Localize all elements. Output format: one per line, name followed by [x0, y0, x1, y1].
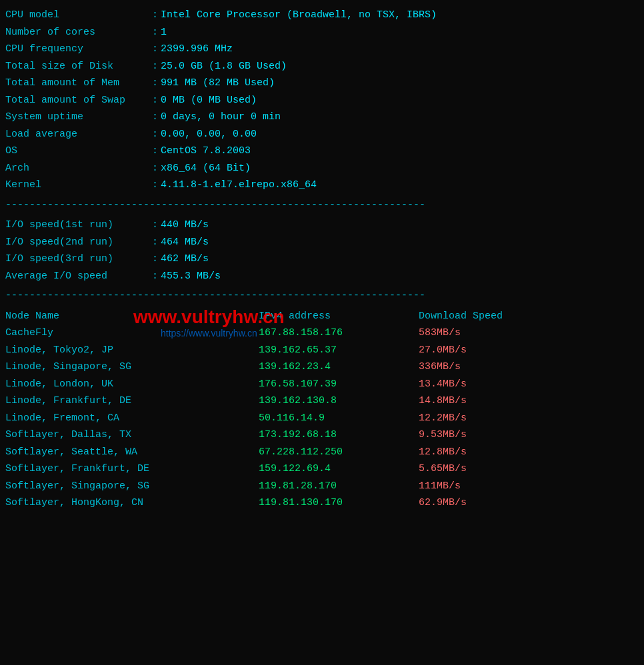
system-info-row: Total size of Disk : 25.0 GB (1.8 GB Use…: [5, 58, 639, 75]
node-header-name: Node Name: [5, 308, 259, 325]
node-speed: 336MB/s: [419, 358, 461, 376]
io-info-row: Average I/O speed : 455.3 MB/s: [5, 268, 639, 285]
node-data-row: Softlayer, Singapore, SG 119.81.28.170 1…: [5, 478, 639, 495]
node-data-row: Linode, London, UK 176.58.107.39 13.4MB/…: [5, 376, 639, 393]
nodes-section: Node Name IPv4 address Download Speed Ca…: [5, 308, 639, 512]
system-info-row: Number of cores : 1: [5, 24, 639, 41]
node-speed: 583MB/s: [419, 325, 461, 342]
io-colon: :: [152, 268, 158, 285]
info-label: Total size of Disk: [5, 58, 152, 75]
info-value: x86_64 (64 Bit): [161, 160, 251, 177]
divider-2: ----------------------------------------…: [5, 289, 639, 304]
io-colon: :: [152, 234, 158, 251]
io-info-row: I/O speed(1st run) : 440 MB/s: [5, 217, 639, 234]
system-info-row: CPU model : Intel Core Processor (Broadw…: [5, 7, 639, 24]
info-label: Arch: [5, 160, 152, 177]
info-value: CentOS 7.8.2003: [161, 143, 251, 160]
node-name: Linode, Singapore, SG: [5, 358, 259, 376]
node-name: Linode, Frankfurt, DE: [5, 392, 259, 410]
node-ip: 67.228.112.250: [259, 444, 419, 461]
info-label: Total amount of Swap: [5, 92, 152, 109]
info-colon: :: [152, 126, 158, 143]
io-label: Average I/O speed: [5, 268, 152, 285]
info-label: Load average: [5, 126, 152, 143]
node-data-row: Linode, Singapore, SG 139.162.23.4 336MB…: [5, 358, 639, 376]
info-value: 0 days, 0 hour 0 min: [161, 109, 281, 126]
info-colon: :: [152, 7, 158, 24]
io-value: 462 MB/s: [161, 251, 209, 268]
system-info-row: Total amount of Swap : 0 MB (0 MB Used): [5, 92, 639, 109]
node-speed: 62.9MB/s: [419, 494, 467, 512]
node-name: Softlayer, Dallas, TX: [5, 426, 259, 444]
info-value: 4.11.8-1.el7.elrepo.x86_64: [161, 177, 317, 194]
node-data-row: Softlayer, Dallas, TX 173.192.68.18 9.53…: [5, 426, 639, 444]
node-name: CacheFly: [5, 325, 259, 342]
io-value: 455.3 MB/s: [161, 268, 221, 285]
node-name: Softlayer, Frankfurt, DE: [5, 460, 259, 478]
system-info-section: CPU model : Intel Core Processor (Broadw…: [5, 7, 639, 194]
node-ip: 167.88.158.176: [259, 325, 419, 342]
node-name: Linode, London, UK: [5, 376, 259, 393]
node-speed: 14.8MB/s: [419, 392, 467, 410]
io-colon: :: [152, 251, 158, 268]
node-name: Softlayer, HongKong, CN: [5, 494, 259, 512]
info-colon: :: [152, 58, 158, 75]
info-label: Total amount of Mem: [5, 75, 152, 92]
node-name: Linode, Tokyo2, JP: [5, 342, 259, 359]
io-info-row: I/O speed(2nd run) : 464 MB/s: [5, 234, 639, 251]
info-colon: :: [152, 143, 158, 160]
node-speed: 27.0MB/s: [419, 342, 467, 359]
info-value: 2399.996 MHz: [161, 41, 233, 58]
info-value: 0.00, 0.00, 0.00: [161, 126, 257, 143]
node-ip: 119.81.28.170: [259, 478, 419, 495]
node-data-row: Softlayer, HongKong, CN 119.81.130.170 6…: [5, 494, 639, 512]
node-data-row: Softlayer, Seattle, WA 67.228.112.250 12…: [5, 444, 639, 461]
node-name: Softlayer, Singapore, SG: [5, 478, 259, 495]
node-speed: 12.2MB/s: [419, 410, 467, 427]
node-header-ip: IPv4 address: [259, 308, 419, 325]
info-value: 1: [161, 24, 167, 41]
info-value: 0 MB (0 MB Used): [161, 92, 257, 109]
node-speed: 9.53MB/s: [419, 426, 467, 444]
io-value: 440 MB/s: [161, 217, 209, 234]
info-value: 991 MB (82 MB Used): [161, 75, 275, 92]
info-colon: :: [152, 24, 158, 41]
node-name: Softlayer, Seattle, WA: [5, 444, 259, 461]
node-ip: 176.58.107.39: [259, 376, 419, 393]
system-info-row: CPU frequency : 2399.996 MHz: [5, 41, 639, 58]
io-label: I/O speed(1st run): [5, 217, 152, 234]
io-label: I/O speed(3rd run): [5, 251, 152, 268]
io-colon: :: [152, 217, 158, 234]
node-name: Linode, Fremont, CA: [5, 410, 259, 427]
node-ip: 50.116.14.9: [259, 410, 419, 427]
io-label: I/O speed(2nd run): [5, 234, 152, 251]
system-info-row: System uptime : 0 days, 0 hour 0 min: [5, 109, 639, 126]
io-value: 464 MB/s: [161, 234, 209, 251]
divider-1: ----------------------------------------…: [5, 198, 639, 213]
info-colon: :: [152, 92, 158, 109]
info-label: CPU model: [5, 7, 152, 24]
info-colon: :: [152, 109, 158, 126]
node-data-row: Softlayer, Frankfurt, DE 159.122.69.4 5.…: [5, 460, 639, 478]
system-info-row: Load average : 0.00, 0.00, 0.00: [5, 126, 639, 143]
node-data-row: Linode, Tokyo2, JP 139.162.65.37 27.0MB/…: [5, 342, 639, 359]
info-label: Kernel: [5, 177, 152, 194]
node-ip: 173.192.68.18: [259, 426, 419, 444]
system-info-row: Kernel : 4.11.8-1.el7.elrepo.x86_64: [5, 177, 639, 194]
node-ip: 139.162.23.4: [259, 358, 419, 376]
info-label: System uptime: [5, 109, 152, 126]
node-data-row: Linode, Frankfurt, DE 139.162.130.8 14.8…: [5, 392, 639, 410]
node-ip: 119.81.130.170: [259, 494, 419, 512]
info-colon: :: [152, 177, 158, 194]
node-ip: 139.162.65.37: [259, 342, 419, 359]
node-speed: 12.8MB/s: [419, 444, 467, 461]
system-info-row: OS : CentOS 7.8.2003: [5, 143, 639, 160]
info-label: OS: [5, 143, 152, 160]
info-label: CPU frequency: [5, 41, 152, 58]
system-info-row: Total amount of Mem : 991 MB (82 MB Used…: [5, 75, 639, 92]
io-section: I/O speed(1st run) : 440 MB/s I/O speed(…: [5, 217, 639, 285]
node-data-row: CacheFly 167.88.158.176 583MB/s: [5, 325, 639, 342]
node-data-row: Linode, Fremont, CA 50.116.14.9 12.2MB/s: [5, 410, 639, 427]
node-speed: 111MB/s: [419, 478, 461, 495]
node-ip: 139.162.130.8: [259, 392, 419, 410]
